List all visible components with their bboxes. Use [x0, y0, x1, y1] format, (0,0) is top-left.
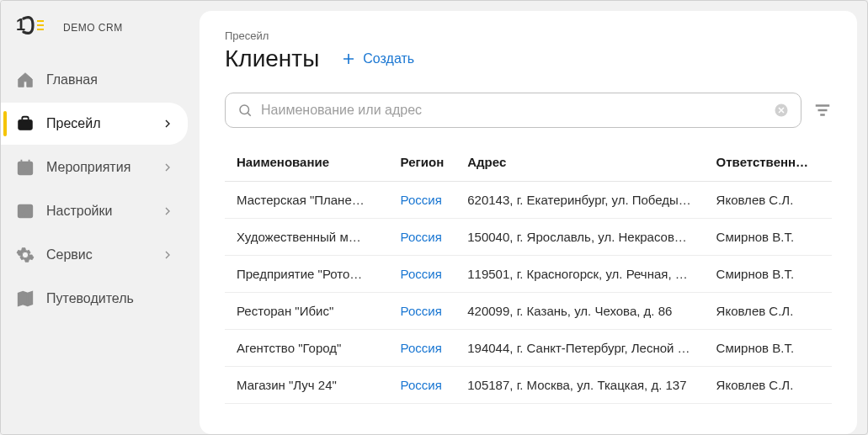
- sidebar-item-presale[interactable]: Пресейл: [1, 103, 188, 145]
- column-header-name[interactable]: Наименование: [225, 146, 389, 182]
- edit-icon: [16, 202, 35, 220]
- cell-name: Художественный м…: [225, 219, 389, 256]
- sidebar-item-home[interactable]: Главная: [1, 59, 188, 101]
- main-content: Пресейл Клиенты Создать Наименование Рег…: [200, 11, 857, 434]
- table-row[interactable]: Ресторан "Ибис"Россия420099, г. Казань, …: [225, 293, 832, 330]
- create-label: Создать: [363, 51, 414, 66]
- cell-region[interactable]: Россия: [389, 330, 456, 367]
- svg-point-14: [240, 105, 249, 114]
- cell-region[interactable]: Россия: [389, 182, 456, 219]
- cell-region[interactable]: Россия: [389, 293, 456, 330]
- home-icon: [16, 71, 35, 89]
- cell-responsible: Смирнов В.Т.: [705, 219, 832, 256]
- cell-responsible: Яковлев С.Л.: [705, 293, 832, 330]
- cell-responsible: Смирнов В.Т.: [705, 330, 832, 367]
- clear-icon[interactable]: [774, 103, 789, 118]
- brand: 1 DEMO CRM: [1, 8, 194, 59]
- sidebar-item-guide[interactable]: Путеводитель: [1, 278, 188, 320]
- calendar-icon: [16, 158, 35, 177]
- table-row[interactable]: Магазин "Луч 24"Россия105187, г. Москва,…: [225, 367, 832, 404]
- table-row[interactable]: Предприятие "Рото…Россия119501, г. Красн…: [225, 256, 832, 293]
- cell-address: 105187, г. Москва, ул. Ткацкая, д. 137: [455, 367, 704, 404]
- cell-region[interactable]: Россия: [389, 219, 456, 256]
- column-header-address[interactable]: Адрес: [455, 146, 704, 182]
- nav: Главная Пресейл Мероприятия Настройки Се…: [1, 59, 194, 320]
- sidebar-item-label: Пресейл: [46, 116, 161, 131]
- cell-responsible: Смирнов В.Т.: [705, 256, 832, 293]
- chevron-right-icon: [161, 161, 174, 174]
- svg-line-15: [248, 113, 250, 115]
- cell-name: Агентство "Город": [225, 330, 389, 367]
- sidebar-item-label: Главная: [46, 72, 174, 88]
- sidebar-item-label: Настройки: [46, 204, 161, 219]
- table-row[interactable]: Мастерская "Плане…Россия620143, г. Екате…: [225, 182, 832, 219]
- brand-logo: 1: [16, 16, 45, 39]
- gear-icon: [16, 246, 35, 264]
- search-input[interactable]: [261, 103, 774, 118]
- create-button[interactable]: Создать: [341, 51, 414, 66]
- cell-name: Мастерская "Плане…: [225, 182, 389, 219]
- sidebar-item-label: Мероприятия: [46, 160, 161, 175]
- table-row[interactable]: Художественный м…Россия150040, г. Яросла…: [225, 219, 832, 256]
- page-title: Клиенты: [225, 45, 319, 72]
- cell-name: Магазин "Луч 24": [225, 367, 389, 404]
- cell-name: Ресторан "Ибис": [225, 293, 389, 330]
- cell-responsible: Яковлев С.Л.: [705, 367, 832, 404]
- sidebar-item-service[interactable]: Сервис: [1, 234, 188, 276]
- filter-icon[interactable]: [813, 101, 832, 119]
- table-row[interactable]: Агентство "Город"Россия194044, г. Санкт-…: [225, 330, 832, 367]
- sidebar-item-events[interactable]: Мероприятия: [1, 146, 188, 188]
- chevron-right-icon: [161, 204, 174, 218]
- svg-rect-4: [19, 119, 33, 130]
- brand-name: DEMO CRM: [63, 22, 123, 34]
- chevron-right-icon: [161, 248, 174, 262]
- cell-address: 119501, г. Красногорск, ул. Речная, д…: [455, 256, 704, 293]
- breadcrumb: Пресейл: [225, 29, 832, 42]
- cell-address: 620143, г. Екатеринбург, ул. Победы, …: [455, 182, 704, 219]
- plus-icon: [341, 51, 356, 66]
- search-box[interactable]: [225, 93, 801, 128]
- cell-region[interactable]: Россия: [389, 367, 456, 404]
- cell-address: 194044, г. Санкт-Петербург, Лесной …: [455, 330, 704, 367]
- cell-name: Предприятие "Рото…: [225, 256, 389, 293]
- map-icon: [16, 289, 35, 308]
- search-icon: [237, 103, 253, 118]
- sidebar-item-label: Сервис: [46, 247, 161, 263]
- cell-responsible: Яковлев С.Л.: [705, 182, 832, 219]
- cell-address: 420099, г. Казань, ул. Чехова, д. 86: [455, 293, 704, 330]
- sidebar: 1 DEMO CRM Главная Пресейл: [1, 1, 194, 434]
- cell-region[interactable]: Россия: [389, 256, 456, 293]
- chevron-right-icon: [161, 117, 174, 130]
- cell-address: 150040, г. Ярославль, ул. Некрасова,…: [455, 219, 704, 256]
- column-header-region[interactable]: Регион: [389, 146, 456, 182]
- sidebar-item-label: Путеводитель: [46, 291, 174, 306]
- briefcase-icon: [16, 114, 35, 133]
- sidebar-item-settings[interactable]: Настройки: [1, 190, 188, 232]
- clients-table: Наименование Регион Адрес Ответственн… М…: [225, 146, 832, 404]
- column-header-responsible[interactable]: Ответственн…: [705, 146, 832, 182]
